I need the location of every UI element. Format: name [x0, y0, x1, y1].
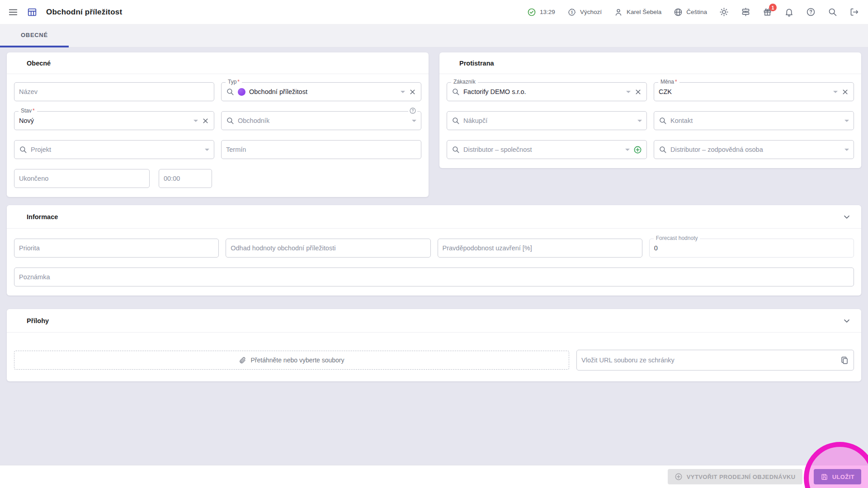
save-label: ULOŽIT [832, 474, 854, 480]
ukonceno-input[interactable] [19, 175, 145, 182]
required-marker: * [675, 79, 677, 85]
collapse-info-button[interactable] [842, 212, 851, 221]
chevron-down-icon[interactable] [625, 149, 630, 151]
priorita-field[interactable] [14, 239, 219, 258]
projekt-input[interactable] [31, 146, 201, 153]
gift-badge: 1 [769, 4, 777, 11]
chevron-down-icon[interactable] [637, 120, 642, 122]
chevron-down-icon[interactable] [401, 91, 405, 93]
stav-field[interactable]: Stav* Nový [14, 111, 214, 130]
mena-label: Měna [660, 79, 674, 85]
stav-label: Stav [21, 108, 32, 114]
stav-value: Nový [19, 117, 190, 124]
search-button[interactable] [828, 7, 837, 17]
clock-time: 13:29 [540, 9, 555, 15]
kontakt-field[interactable] [654, 111, 854, 130]
typ-field[interactable]: Typ* Obchodní příležitost [221, 82, 421, 101]
search-icon [452, 117, 460, 125]
projekt-field[interactable] [14, 140, 214, 159]
termin-field[interactable] [221, 140, 421, 159]
poznamka-input[interactable] [19, 273, 849, 281]
search-icon [659, 145, 667, 154]
nazev-input[interactable] [19, 88, 209, 95]
file-dropzone[interactable]: Přetáhněte nebo vyberte soubory [14, 351, 569, 370]
typ-clear-button[interactable] [409, 88, 416, 96]
help-button[interactable] [806, 7, 816, 17]
info-card: Informace Forecast h [7, 205, 861, 296]
environment-selector[interactable]: $ Výchozí [567, 8, 602, 17]
globe-icon [674, 8, 683, 17]
time-field[interactable] [159, 169, 212, 188]
tab-general[interactable]: OBECNÉ [0, 24, 69, 47]
zakaznik-field[interactable]: Zákazník Factorify DEMO s.r.o. [447, 82, 647, 101]
user-icon [614, 8, 623, 17]
distributor-person-input[interactable] [670, 146, 841, 153]
time-input[interactable] [164, 175, 207, 182]
attachments-card: Přílohy Přetáhněte nebo vyberte soubory [7, 309, 861, 381]
priorita-input[interactable] [19, 244, 214, 252]
poznamka-field[interactable] [14, 267, 854, 286]
termin-input[interactable] [226, 146, 416, 153]
kontakt-input[interactable] [670, 117, 841, 124]
theme-toggle-button[interactable] [719, 7, 729, 17]
odhad-input[interactable] [231, 244, 425, 252]
add-distributor-button[interactable] [633, 145, 642, 154]
zakaznik-value: Factorify DEMO s.r.o. [463, 88, 623, 95]
distributor-company-input[interactable] [463, 146, 622, 153]
dropzone-text: Přetáhněte nebo vyberte soubory [250, 357, 344, 364]
save-button[interactable]: ULOŽIT [814, 469, 861, 484]
language-selector[interactable]: Čeština [674, 8, 707, 17]
svg-text:$: $ [571, 10, 573, 14]
notifications-button[interactable] [784, 7, 794, 17]
signpost-icon [741, 7, 750, 17]
language-label: Čeština [686, 9, 707, 15]
chevron-down-icon[interactable] [844, 120, 849, 122]
zakaznik-clear-button[interactable] [634, 88, 642, 96]
odhad-field[interactable] [226, 239, 430, 258]
top-bar: Obchodní příležitost 13:29 $ Výchozí Kar… [0, 0, 868, 24]
counterparty-card-title: Protistrana [459, 60, 494, 67]
logout-icon [849, 7, 859, 17]
file-url-field[interactable] [576, 350, 854, 371]
ukonceno-field[interactable] [14, 169, 150, 188]
obchodnik-help-icon[interactable] [408, 107, 417, 114]
search-icon [19, 145, 27, 154]
chevron-down-icon[interactable] [844, 149, 849, 151]
paste-from-clipboard-button[interactable] [840, 356, 849, 365]
pravdepodobnost-field[interactable] [438, 239, 642, 258]
forecast-value: 0 [654, 244, 849, 252]
chevron-down-icon[interactable] [205, 149, 209, 151]
obchodnik-field[interactable] [221, 111, 421, 130]
whats-new-button[interactable]: 1 [763, 7, 772, 17]
nazev-field[interactable] [14, 82, 214, 101]
mena-clear-button[interactable] [841, 88, 849, 96]
logout-button[interactable] [849, 7, 859, 17]
chevron-down-icon[interactable] [412, 120, 416, 122]
search-icon [452, 88, 460, 96]
general-card: Obecné Typ* Obchodní příležitost [7, 52, 429, 197]
nakupci-field[interactable] [447, 111, 647, 130]
page-title: Obchodní příležitost [46, 8, 122, 17]
chevron-down-icon[interactable] [193, 120, 198, 122]
file-url-input[interactable] [581, 357, 837, 364]
nakupci-input[interactable] [463, 117, 634, 124]
mena-field[interactable]: Měna* CZK [654, 82, 854, 101]
general-card-title: Obecné [27, 60, 51, 67]
distributor-person-field[interactable] [654, 140, 854, 159]
pravdepodobnost-input[interactable] [443, 244, 637, 252]
distributor-company-field[interactable] [447, 140, 647, 159]
modules-button[interactable] [741, 7, 750, 17]
chevron-down-icon[interactable] [626, 91, 631, 93]
user-menu[interactable]: Karel Šebela [614, 8, 661, 17]
chevron-down-icon[interactable] [833, 91, 838, 93]
search-icon [828, 7, 837, 17]
collapse-attachments-button[interactable] [842, 316, 851, 325]
info-card-title: Informace [27, 213, 58, 221]
type-color-dot [238, 88, 245, 96]
mena-value: CZK [659, 88, 830, 95]
stav-clear-button[interactable] [202, 117, 209, 125]
menu-button[interactable] [8, 7, 18, 17]
create-sales-order-button[interactable]: VYTVOŘIT PRODEJNÍ OBJEDNÁVKU [668, 469, 802, 484]
forecast-field: Forecast hodnoty 0 [649, 239, 854, 258]
obchodnik-input[interactable] [238, 117, 408, 124]
